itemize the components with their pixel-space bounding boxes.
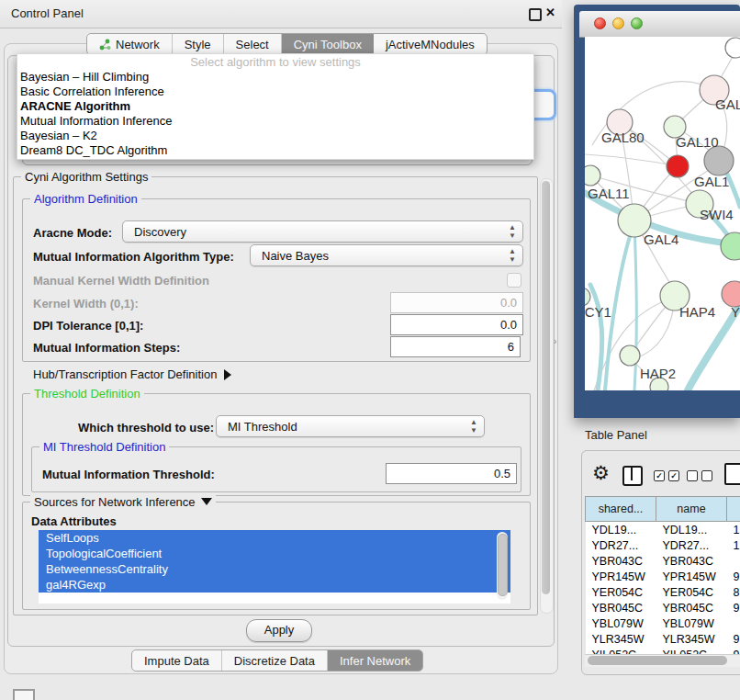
clear-all-checkboxes-icon[interactable]	[687, 470, 712, 481]
table-row[interactable]: YER054CYER054C8.	[586, 584, 740, 600]
tab-network[interactable]: Network	[87, 34, 173, 54]
table-cell[interactable]: 12	[727, 537, 740, 553]
node-table[interactable]: shared...nameAYDL19...YDL19...13YDR27...…	[585, 496, 740, 655]
table-row[interactable]: YDL19...YDL19...13	[586, 522, 740, 538]
tab-select[interactable]: Select	[224, 34, 282, 54]
float-icon[interactable]	[529, 8, 542, 21]
table-row[interactable]: YLR345WYLR345W9.	[586, 631, 740, 647]
unchecked-box-icon	[687, 470, 698, 481]
network-node[interactable]	[620, 345, 640, 366]
document-icon[interactable]	[724, 463, 740, 485]
table-cell[interactable]: YBR043C	[586, 553, 656, 569]
table-column-header[interactable]: A	[727, 497, 740, 522]
table-cell[interactable]: 8.	[727, 584, 740, 600]
hub-definition-toggle[interactable]: Hub/Transcription Factor Definition	[33, 367, 231, 381]
which-threshold-combo[interactable]: MI Threshold ▲▼	[216, 415, 485, 437]
table-row[interactable]: YBL079WYBL079W	[586, 615, 740, 631]
algorithm-option[interactable]: Basic Correlation Inference	[17, 85, 533, 99]
table-cell[interactable]: YBR043C	[656, 553, 727, 569]
columns-icon[interactable]	[622, 466, 643, 486]
sources-group-title[interactable]: Sources for Network Inference	[30, 495, 216, 509]
data-attributes-list[interactable]: SelfLoopsTopologicalCoefficientBetweenne…	[39, 530, 510, 604]
algorithm-option[interactable]: Mutual Information Inference	[17, 114, 533, 129]
table-cell[interactable]	[727, 615, 740, 631]
table-row[interactable]: YPR145WYPR145W9.	[586, 569, 740, 584]
table-cell[interactable]: YPR145W	[656, 569, 727, 584]
network-node[interactable]	[704, 146, 734, 175]
network-graph: GALGAL80GAL10GAL1GAL11SWI4GAL4GCY1HAP4YH…	[585, 37, 740, 390]
tab-impute-data[interactable]: Impute Data	[132, 650, 222, 671]
attribute-list-item[interactable]: SelfLoops	[39, 530, 510, 546]
algorithm-option[interactable]: ARACNE Algorithm	[17, 99, 533, 114]
gear-icon[interactable]: ⚙	[592, 462, 610, 484]
table-row[interactable]: YBR045CYBR045C9.	[586, 600, 740, 615]
table-cell[interactable]: YLR345W	[656, 631, 727, 647]
table-cell[interactable]: YDR27...	[656, 537, 727, 553]
tab-cyni-toolbox[interactable]: Cyni Toolbox	[282, 34, 374, 54]
table-cell[interactable]: 9.	[727, 569, 740, 584]
attributes-scrollbar-thumb[interactable]	[498, 534, 508, 596]
attributes-scrollbar[interactable]	[497, 532, 508, 600]
table-column-header[interactable]: shared...	[586, 497, 656, 522]
network-node[interactable]	[725, 38, 740, 58]
checked-box-icon: ✓	[668, 470, 679, 481]
table-cell[interactable]	[727, 553, 740, 569]
table-hscrollbar[interactable]	[585, 654, 740, 667]
table-cell[interactable]: 9.	[727, 600, 740, 615]
close-icon[interactable]: ✕	[545, 6, 555, 19]
minimize-traffic-icon[interactable]	[612, 17, 624, 29]
zoom-traffic-icon[interactable]	[631, 17, 643, 29]
table-cell[interactable]: YDR27...	[586, 537, 656, 553]
mi-steps-field[interactable]: 6	[390, 336, 521, 357]
table-row[interactable]: YBR043CYBR043C	[586, 553, 740, 569]
tab-infer-network[interactable]: Infer Network	[328, 650, 422, 671]
table-cell[interactable]: YPR145W	[586, 569, 656, 584]
table-cell[interactable]: YDL19...	[656, 522, 727, 538]
network-node[interactable]	[721, 232, 740, 260]
algorithm-option[interactable]: Bayesian – K2	[17, 129, 533, 143]
attribute-list-item[interactable]: TopologicalCoefficient	[39, 546, 510, 561]
table-cell[interactable]: YBL079W	[656, 615, 727, 631]
apply-button[interactable]: Apply	[246, 619, 312, 642]
algorithm-option[interactable]: Dream8 DC_TDC Algorithm	[17, 143, 533, 158]
network-node[interactable]	[585, 288, 590, 306]
table-cell[interactable]: YER054C	[586, 584, 656, 600]
network-window-titlebar[interactable]	[579, 11, 740, 38]
kernel-width-field[interactable]: 0.0	[390, 292, 523, 313]
splitter-handle[interactable]: ›	[554, 336, 556, 346]
algorithm-option[interactable]: Bayesian – Hill Climbing	[17, 70, 533, 85]
table-hscrollbar-thumb[interactable]	[588, 656, 727, 665]
attribute-list-item[interactable]: BetweennessCentrality	[39, 561, 510, 577]
corner-widget-icon[interactable]	[13, 689, 35, 700]
table-row[interactable]: YDR27...YDR27...12	[586, 537, 740, 553]
network-node[interactable]	[585, 165, 600, 186]
aracne-mode-combo[interactable]: Discovery ▲▼	[122, 220, 523, 243]
table-cell[interactable]: YBR045C	[656, 600, 727, 615]
table-cell[interactable]: YDL19...	[586, 522, 656, 538]
tab-jactivemnodules[interactable]: jActiveMNodules	[374, 34, 487, 54]
table-cell[interactable]: YBL079W	[586, 615, 656, 631]
attribute-list-item[interactable]: gal4RGexp	[39, 577, 510, 593]
mi-type-combo[interactable]: Naive Bayes ▲▼	[250, 244, 523, 266]
tab-style[interactable]: Style	[173, 34, 224, 54]
settings-scrollbar-thumb[interactable]	[542, 181, 550, 594]
table-cell[interactable]: 9.	[727, 631, 740, 647]
manual-kernel-checkbox[interactable]	[507, 273, 521, 288]
table-column-header[interactable]: name	[656, 497, 727, 522]
select-all-checkboxes-icon[interactable]: ✓ ✓	[654, 470, 679, 481]
table-cell[interactable]: YER054C	[656, 584, 727, 600]
tab-discretize-data[interactable]: Discretize Data	[222, 650, 328, 671]
close-traffic-icon[interactable]	[594, 17, 606, 29]
collapse-down-icon[interactable]	[201, 498, 212, 505]
network-node[interactable]	[722, 281, 740, 307]
table-cell[interactable]: YLR345W	[586, 631, 656, 647]
settings-scrollbar[interactable]	[540, 178, 554, 614]
table-cell[interactable]: 13	[727, 522, 740, 538]
network-node[interactable]	[667, 155, 689, 177]
tab-label: Select	[236, 38, 269, 51]
expand-right-icon[interactable]	[224, 369, 231, 380]
mi-threshold-field[interactable]: 0.5	[386, 463, 517, 484]
dpi-tolerance-field[interactable]: 0.0	[390, 314, 523, 335]
table-cell[interactable]: YBR045C	[586, 600, 656, 615]
network-canvas[interactable]: GALGAL80GAL10GAL1GAL11SWI4GAL4GCY1HAP4YH…	[585, 37, 740, 390]
